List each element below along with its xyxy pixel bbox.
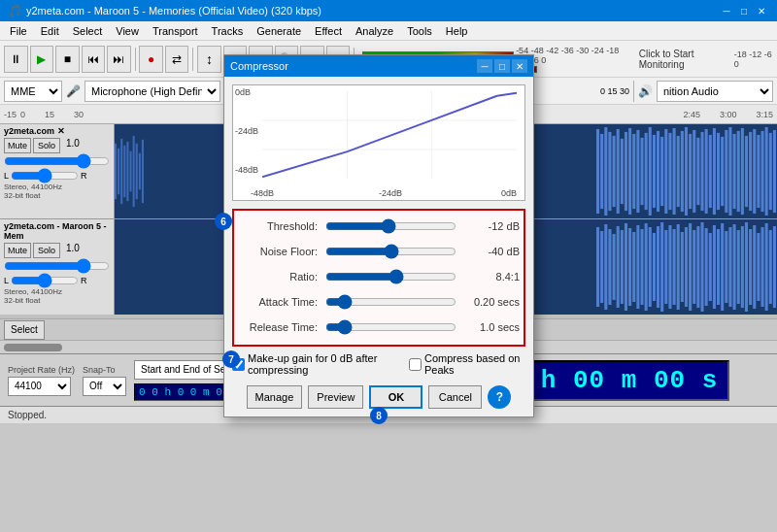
dialog-restore-button[interactable]: □ (494, 59, 510, 73)
attack-time-label: Attack Time: (238, 296, 325, 308)
dialog-title-controls: ─ □ ✕ (477, 59, 527, 73)
svg-rect-36 (696, 138, 699, 205)
svg-rect-37 (700, 132, 703, 211)
title-bar: 🎵 y2meta.com - Maroon 5 - Memories (Offi… (0, 0, 777, 21)
cursor-tool-button[interactable]: ↕ (197, 46, 221, 73)
compress-peaks-checkbox[interactable] (409, 358, 422, 371)
threshold-value: -12 dB (456, 220, 520, 232)
svg-rect-69 (645, 223, 648, 311)
svg-rect-34 (689, 134, 692, 209)
menu-transport[interactable]: Transport (147, 23, 204, 39)
window-title: y2meta.com - Maroon 5 - Memories (Offici… (26, 5, 321, 17)
menu-help[interactable]: Help (440, 23, 474, 39)
pause-button[interactable]: ⏸ (4, 46, 28, 73)
h-scroll-thumb[interactable] (4, 344, 62, 351)
svg-rect-80 (689, 223, 692, 311)
skip-forward-button[interactable]: ⏭ (107, 46, 131, 73)
solo-button-1[interactable]: Solo (33, 138, 60, 153)
project-rate-select[interactable]: 44100 (8, 377, 71, 396)
solo-button-2[interactable]: Solo (33, 243, 60, 258)
preview-button[interactable]: Preview (308, 385, 363, 409)
close-button[interactable]: ✕ (754, 4, 769, 17)
svg-rect-35 (693, 130, 695, 213)
skip-back-button[interactable]: ⏮ (82, 46, 106, 73)
attack-time-slider[interactable] (325, 295, 456, 309)
svg-rect-1 (115, 144, 117, 199)
snap-select[interactable]: Off (83, 377, 126, 396)
title-bar-left: 🎵 y2meta.com - Maroon 5 - Memories (Offi… (8, 4, 321, 17)
svg-rect-8 (136, 144, 138, 199)
stop-button[interactable]: ■ (55, 46, 80, 73)
record-button[interactable]: ● (139, 46, 163, 73)
dialog-minimize-button[interactable]: ─ (477, 59, 492, 73)
dialog-close-button[interactable]: ✕ (512, 59, 527, 73)
svg-rect-50 (753, 129, 756, 214)
svg-rect-78 (681, 232, 684, 302)
gain-slider-2[interactable] (4, 260, 110, 272)
svg-rect-41 (717, 133, 720, 210)
mute-button-2[interactable]: Mute (4, 243, 31, 258)
noise-floor-slider[interactable] (325, 245, 456, 258)
svg-rect-29 (668, 133, 671, 210)
svg-rect-33 (685, 127, 688, 216)
svg-rect-75 (668, 225, 671, 309)
svg-rect-40 (713, 128, 716, 215)
menu-select[interactable]: Select (67, 23, 109, 39)
svg-rect-77 (677, 224, 680, 310)
svg-rect-38 (705, 129, 708, 214)
output-select[interactable]: nition Audio (657, 81, 773, 102)
threshold-slider[interactable] (325, 219, 456, 233)
svg-rect-10 (142, 140, 144, 203)
gain-slider-1[interactable] (4, 155, 110, 167)
svg-rect-28 (664, 129, 667, 214)
minimize-button[interactable]: ─ (719, 4, 734, 17)
compress-peaks-label[interactable]: Compress based on Peaks (409, 352, 525, 376)
help-button[interactable]: ? (488, 385, 511, 409)
svg-rect-91 (733, 224, 736, 310)
menu-generate[interactable]: Generate (251, 23, 307, 39)
loop-button[interactable]: ⇄ (165, 46, 189, 73)
manage-button[interactable]: Manage (247, 385, 303, 409)
track-2-label: y2meta.com - Maroon 5 - Mem (4, 221, 110, 241)
track-1-name: y2meta.com ✕ (4, 126, 65, 136)
menu-analyze[interactable]: Analyze (350, 23, 399, 39)
dialog-actions: Manage Preview OK Cancel ? 8 (224, 382, 533, 416)
cancel-button[interactable]: Cancel (428, 385, 482, 409)
release-time-label: Release Time: (238, 321, 325, 333)
svg-rect-92 (737, 230, 740, 304)
ratio-slider[interactable] (325, 270, 456, 283)
toolbar2-sep2 (633, 81, 634, 102)
click-to-monitor[interactable]: Click to Start Monitoring (639, 49, 728, 70)
release-time-slider[interactable] (325, 320, 456, 334)
pan-l-label-2: L (4, 276, 9, 285)
timeline-245: 2:45 (683, 110, 700, 119)
play-button[interactable]: ▶ (30, 46, 54, 73)
graph-xlab-0db: 0dB (501, 188, 517, 198)
menu-file[interactable]: File (4, 23, 33, 39)
svg-rect-65 (628, 228, 631, 306)
status-text: Stopped. (8, 410, 47, 420)
track-2-mute-solo: Mute Solo 1.0 (4, 243, 110, 258)
ok-button[interactable]: OK (369, 385, 422, 409)
menu-view[interactable]: View (110, 23, 145, 39)
track-1-label-row: y2meta.com ✕ (4, 126, 110, 136)
mute-button-1[interactable]: Mute (4, 138, 31, 153)
select-button[interactable]: Select (4, 320, 45, 340)
pan-slider-2[interactable] (11, 276, 79, 285)
menu-tools[interactable]: Tools (401, 23, 438, 39)
microphone-select[interactable]: Microphone (High Defin (84, 81, 220, 102)
maximize-button[interactable]: □ (736, 4, 752, 17)
svg-rect-57 (596, 227, 599, 307)
menu-effect[interactable]: Effect (309, 23, 348, 39)
mic-icon: 🎤 (66, 84, 81, 98)
svg-rect-32 (681, 131, 684, 212)
graph-xlab-24db: -24dB (379, 188, 402, 198)
mme-select[interactable]: MME (4, 81, 62, 102)
pan-slider-1[interactable] (11, 171, 79, 181)
makeup-gain-label[interactable]: Make-up gain for 0 dB after compressing (232, 352, 401, 376)
menu-tracks[interactable]: Tracks (206, 23, 250, 39)
pan-r-label-2: R (81, 276, 87, 285)
menu-edit[interactable]: Edit (35, 23, 65, 39)
svg-rect-27 (660, 137, 663, 206)
bubble-6: 6 (215, 213, 232, 230)
